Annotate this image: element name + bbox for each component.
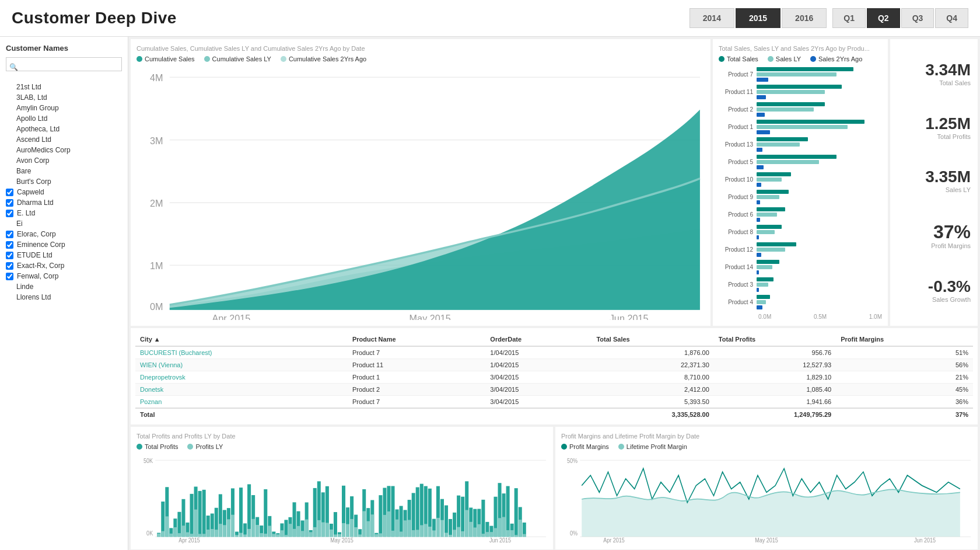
svg-text:1M: 1M <box>150 260 163 272</box>
customer-name: Avon Corp <box>16 156 49 165</box>
quarter-tab-q2[interactable]: Q2 <box>867 8 900 28</box>
customer-item[interactable]: Apollo Ltd <box>6 113 122 124</box>
customer-item[interactable]: Exact-Rx, Corp <box>6 260 122 271</box>
bar-ly <box>757 195 779 199</box>
customer-checkbox[interactable] <box>6 262 13 270</box>
quarter-tab-q3[interactable]: Q3 <box>901 8 935 28</box>
table-panel: City ▲ Product Name OrderDate Total Sale… <box>131 328 978 424</box>
quarter-tab-q1[interactable]: Q1 <box>832 8 866 28</box>
bar-row: Product 4 <box>719 295 882 309</box>
bottom-left-panel: Total Profits and Profits LY by Date Tot… <box>131 427 553 549</box>
customer-item[interactable]: Capweld <box>6 187 122 197</box>
customer-checkbox[interactable] <box>6 199 13 207</box>
bar-label: Product 2 <box>719 106 757 113</box>
customer-item[interactable]: Linde <box>6 281 122 292</box>
bar-profits-ly <box>346 524 349 537</box>
bar-profits-ly <box>251 519 255 537</box>
cell-city: BUCURESTI (Bucharest) <box>135 346 348 359</box>
area-chart-panel: Cumulative Sales, Cumulative Sales LY an… <box>131 39 710 326</box>
customer-item[interactable]: Eminence Corp <box>6 239 122 250</box>
cell-product: Product 11 <box>348 359 485 371</box>
customer-checkbox[interactable] <box>6 241 13 249</box>
cell-city: Dnepropetrovsk <box>135 371 348 384</box>
customer-item[interactable]: Ascend Ltd <box>6 134 122 145</box>
customer-item[interactable]: Bare <box>6 166 122 176</box>
customer-item[interactable]: Apotheca, Ltd <box>6 124 122 134</box>
customer-name: E. Ltd <box>17 209 35 217</box>
year-tab-2016[interactable]: 2016 <box>782 8 827 28</box>
table-row[interactable]: Poznan Product 7 3/04/2015 5,393.50 1,94… <box>135 396 973 409</box>
bar-profits <box>239 488 243 537</box>
bar-group <box>757 102 882 117</box>
bar-profits <box>264 489 267 537</box>
table-row[interactable]: Donetsk Product 2 3/04/2015 2,412.00 1,0… <box>135 384 973 396</box>
customer-checkbox[interactable] <box>6 252 13 259</box>
col-profits[interactable]: Total Profits <box>714 333 836 346</box>
bar-ago <box>757 288 759 292</box>
bar-chart-legend: Total Sales Sales LY Sales 2Yrs Ago <box>719 55 882 62</box>
area-chart-svg: 4M 3M 2M 1M 0M <box>136 67 705 320</box>
customer-item[interactable]: Elorac, Corp <box>6 229 122 239</box>
bar-profits-ly <box>362 511 366 537</box>
bar-group <box>757 155 882 169</box>
svg-text:2M: 2M <box>150 198 163 210</box>
customer-checkbox[interactable] <box>6 273 13 280</box>
customer-item[interactable]: E. Ltd <box>6 208 122 218</box>
total-label: Total <box>135 408 348 420</box>
col-product[interactable]: Product Name <box>348 333 485 346</box>
bar-label: Product 7 <box>719 71 757 78</box>
kpi-total-profits-label: Total Profits <box>937 133 971 140</box>
customer-item[interactable]: 3LAB, Ltd <box>6 92 122 103</box>
customer-item[interactable]: Llorens Ltd <box>6 292 122 302</box>
search-input[interactable] <box>6 57 122 71</box>
customer-item[interactable]: 21st Ltd <box>6 82 122 92</box>
legend-label-pm: Profit Margins <box>569 443 609 450</box>
customer-item[interactable]: Burt's Corp <box>6 176 122 187</box>
bar-ago <box>757 95 766 99</box>
customer-item[interactable]: Fenwal, Corp <box>6 271 122 281</box>
customer-checkbox[interactable] <box>6 210 13 217</box>
table-row[interactable]: Dnepropetrovsk Product 1 3/04/2015 8,710… <box>135 371 973 384</box>
bar-profits-ly <box>370 514 374 537</box>
customer-name: Elorac, Corp <box>17 230 56 238</box>
bar-label: Product 3 <box>719 281 757 288</box>
bar-profits-ly <box>219 524 222 537</box>
bar-row: Product 2 <box>719 102 882 117</box>
bar-label: Product 11 <box>719 89 757 95</box>
customer-item[interactable]: AuroMedics Corp <box>6 145 122 155</box>
legend-sales-2yrs-bar: Sales 2Yrs Ago <box>810 55 862 62</box>
customer-item[interactable]: Dharma Ltd <box>6 197 122 208</box>
kpi-profit-margins-label: Profit Margins <box>931 242 971 249</box>
legend-total-profits: Total Profits <box>136 443 178 450</box>
year-tab-2014[interactable]: 2014 <box>690 8 734 28</box>
svg-text:50K: 50K <box>144 457 153 464</box>
bar-group <box>757 207 882 222</box>
legend-dot-2yrs <box>281 56 286 62</box>
customer-item[interactable]: Avon Corp <box>6 155 122 166</box>
quarter-tab-q4[interactable]: Q4 <box>935 8 968 28</box>
table-scroll-container[interactable]: City ▲ Product Name OrderDate Total Sale… <box>135 333 973 420</box>
table-row[interactable]: BUCURESTI (Bucharest) Product 7 1/04/201… <box>135 346 973 359</box>
col-date[interactable]: OrderDate <box>485 333 592 346</box>
cell-sales: 5,393.50 <box>592 396 713 409</box>
cell-product: Product 2 <box>348 384 485 396</box>
customer-item[interactable]: Ei <box>6 218 122 229</box>
col-city[interactable]: City ▲ <box>135 333 348 346</box>
legend-label-ly-bar: Sales LY <box>776 55 801 62</box>
customer-item[interactable]: ETUDE Ltd <box>6 250 122 260</box>
legend-label-total: Total Sales <box>727 55 758 62</box>
col-sales[interactable]: Total Sales <box>592 333 713 346</box>
customer-checkbox[interactable] <box>6 231 13 238</box>
area-chart-title: Cumulative Sales, Cumulative Sales LY an… <box>136 45 705 52</box>
table-row[interactable]: WIEN (Vienna) Product 11 1/04/2015 22,37… <box>135 359 973 371</box>
bar-label: Product 12 <box>719 246 757 253</box>
customer-item[interactable]: Amylin Group <box>6 103 122 113</box>
bar-profits-ly <box>432 530 436 537</box>
year-tab-2015[interactable]: 2015 <box>736 8 780 28</box>
legend-label-profits-ly: Profits LY <box>195 443 223 450</box>
bar-group <box>757 120 882 134</box>
main-content: Customer Names 🔍 21st Ltd3LAB, LtdAmylin… <box>0 37 980 550</box>
col-margin[interactable]: Profit Margins <box>836 333 973 346</box>
customer-checkbox[interactable] <box>6 189 13 196</box>
header: Customer Deep Dive 2014 2015 2016 Q1 Q2 … <box>0 0 980 37</box>
